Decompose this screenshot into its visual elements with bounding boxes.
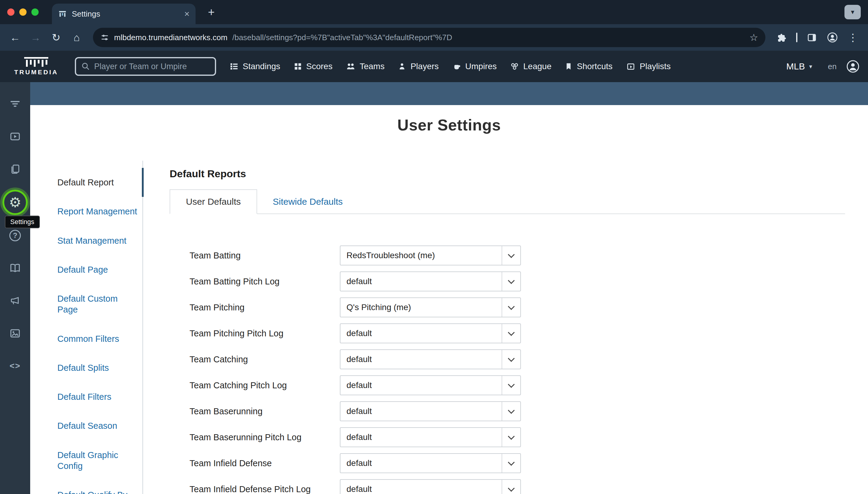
- search-input[interactable]: [94, 62, 210, 71]
- page-body: ⚙ ?: [0, 82, 868, 494]
- primary-nav: Standings Scores: [229, 62, 671, 71]
- nav-players[interactable]: Players: [398, 62, 438, 71]
- tab-user-defaults[interactable]: User Defaults: [170, 189, 257, 214]
- chevron-down-icon: [508, 251, 515, 258]
- glossary-book-icon: [9, 262, 21, 274]
- league-value: MLB: [786, 61, 805, 72]
- settings-nav-default-graphic-config[interactable]: Default Graphic Config: [53, 440, 142, 481]
- close-window-button[interactable]: [7, 8, 15, 16]
- site-info-icon[interactable]: [100, 33, 109, 42]
- locale-selector[interactable]: en: [828, 62, 836, 71]
- trumedia-logo[interactable]: TRUMEDIA: [8, 57, 64, 76]
- select-chevron: [501, 272, 520, 291]
- side-panel-button[interactable]: [803, 28, 821, 46]
- nav-shortcuts[interactable]: Shortcuts: [565, 62, 612, 71]
- account-button[interactable]: [846, 60, 860, 73]
- media-gallery-icon: [9, 327, 21, 339]
- sidebar-code-button[interactable]: <>: [3, 354, 27, 378]
- settings-nav-default-report[interactable]: Default Report: [53, 168, 142, 197]
- field-label: Team Catching Pitch Log: [170, 380, 340, 391]
- settings-nav-default-splits[interactable]: Default Splits: [53, 353, 142, 382]
- chevron-down-icon: [508, 407, 515, 414]
- form-row: Team Infield Defense Pitch Log default: [170, 479, 845, 494]
- back-button[interactable]: ←: [6, 28, 24, 46]
- form-row: Team Baserunning Pitch Log default: [170, 427, 845, 447]
- team-infield-defense-pitch-log-select[interactable]: default: [340, 479, 521, 494]
- sidebar-media-button[interactable]: [3, 321, 27, 345]
- trumedia-logo-mark: [24, 57, 48, 67]
- bookmark-star-icon[interactable]: ☆: [749, 32, 758, 43]
- players-icon: [398, 62, 406, 71]
- team-baserunning-pitch-log-select[interactable]: default: [340, 427, 521, 447]
- reload-button[interactable]: ↻: [47, 28, 65, 46]
- browser-menu-button[interactable]: ⋮: [844, 28, 862, 46]
- settings-nav-default-page[interactable]: Default Page: [53, 255, 142, 284]
- tool-sidebar: ⚙ ?: [0, 82, 30, 494]
- nav-umpires[interactable]: Umpires: [452, 62, 497, 71]
- team-infield-defense-select[interactable]: default: [340, 453, 521, 473]
- home-icon: ⌂: [74, 32, 80, 43]
- team-batting-pitch-log-select[interactable]: default: [340, 271, 521, 291]
- settings-nav-report-management[interactable]: Report Management: [53, 197, 142, 226]
- sidebar-settings-button[interactable]: ⚙: [2, 190, 28, 215]
- team-batting-select[interactable]: RedsTroubleshoot (me): [340, 246, 521, 265]
- back-icon: ←: [10, 32, 20, 43]
- settings-nav-default-qualify-by[interactable]: Default Qualify By: [53, 480, 142, 494]
- home-button[interactable]: ⌂: [67, 28, 86, 46]
- settings-layout: Default Report Report Management Stat Ma…: [30, 160, 868, 494]
- tab-search-button[interactable]: ▾: [845, 5, 861, 19]
- profile-icon: [827, 32, 838, 43]
- field-label: Team Pitching Pitch Log: [170, 328, 340, 339]
- minimize-window-button[interactable]: [19, 8, 26, 16]
- team-pitching-pitch-log-select[interactable]: default: [340, 323, 521, 343]
- settings-nav-common-filters[interactable]: Common Filters: [53, 324, 142, 353]
- chevron-down-icon: [508, 459, 515, 466]
- new-tab-button[interactable]: +: [203, 4, 220, 21]
- team-catching-pitch-log-select[interactable]: default: [340, 375, 521, 395]
- nav-standings[interactable]: Standings: [229, 62, 280, 71]
- select-chevron: [501, 324, 520, 343]
- fullscreen-window-button[interactable]: [32, 8, 39, 16]
- nav-label: Players: [411, 62, 438, 71]
- umpires-icon: [452, 62, 461, 71]
- settings-tooltip: Settings: [5, 215, 40, 228]
- team-pitching-select[interactable]: Q's Pitching (me): [340, 298, 521, 317]
- global-search[interactable]: [75, 57, 216, 76]
- browser-tab[interactable]: Settings ×: [52, 4, 196, 24]
- select-chevron: [501, 480, 520, 494]
- team-baserunning-select[interactable]: default: [340, 401, 521, 421]
- sidebar-filter-button[interactable]: [3, 92, 27, 116]
- url-bar[interactable]: mlbdemo.trumedianetworks.com /baseball/s…: [93, 28, 765, 47]
- sidebar-video-button[interactable]: [3, 125, 27, 149]
- sidebar-glossary-button[interactable]: [3, 256, 27, 280]
- field-label: Team Baserunning Pitch Log: [170, 432, 340, 442]
- field-label: Team Infield Defense: [170, 458, 340, 468]
- sidebar-announcements-button[interactable]: [3, 289, 27, 313]
- nav-scores[interactable]: Scores: [294, 62, 333, 71]
- chevron-down-icon: [508, 381, 515, 388]
- settings-nav-default-custom-page[interactable]: Default Custom Page: [53, 284, 142, 324]
- nav-league[interactable]: League: [510, 62, 551, 71]
- forward-button[interactable]: →: [26, 28, 45, 46]
- extensions-button[interactable]: [773, 28, 791, 46]
- header-right: MLB ▾ en: [786, 60, 860, 73]
- nav-teams[interactable]: Teams: [346, 62, 384, 71]
- browser-profile-button[interactable]: [823, 28, 842, 46]
- sidebar-cards-button[interactable]: [3, 157, 27, 181]
- select-value: default: [340, 380, 372, 390]
- chevron-down-icon: [508, 277, 515, 284]
- settings-nav: Default Report Report Management Stat Ma…: [53, 160, 143, 494]
- chevron-down-icon: [508, 329, 515, 336]
- field-label: Team Baserunning: [170, 406, 340, 416]
- app-header: TRUMEDIA Standings: [0, 51, 868, 82]
- league-selector[interactable]: MLB ▾: [786, 61, 812, 72]
- settings-nav-default-filters[interactable]: Default Filters: [53, 382, 142, 411]
- nav-playlists[interactable]: Playlists: [626, 62, 671, 71]
- chevron-down-icon: [508, 433, 515, 440]
- settings-nav-stat-management[interactable]: Stat Management: [53, 226, 142, 255]
- settings-nav-default-season[interactable]: Default Season: [53, 411, 142, 440]
- tab-sitewide-defaults[interactable]: Sitewide Defaults: [271, 190, 345, 213]
- tab-close-icon[interactable]: ×: [184, 10, 190, 18]
- team-catching-select[interactable]: default: [340, 349, 521, 369]
- scores-icon: [294, 62, 302, 71]
